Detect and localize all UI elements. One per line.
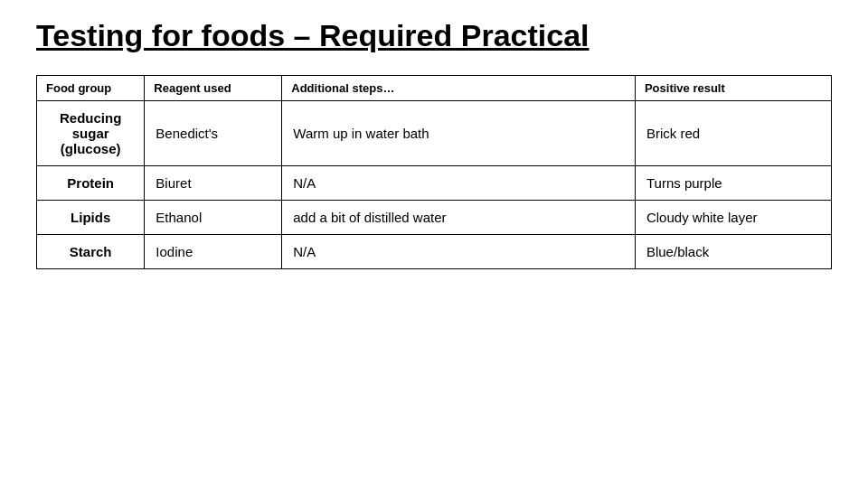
cell-additional: N/A [282, 235, 636, 269]
table-header-row: Food group Reagent used Additional steps… [37, 76, 832, 101]
cell-positive: Brick red [635, 101, 831, 166]
table-row: ProteinBiuretN/ATurns purple [37, 166, 832, 201]
header-reagent: Reagent used [145, 76, 282, 101]
cell-reagent: Benedict's [145, 101, 282, 166]
cell-additional: add a bit of distilled water [282, 201, 636, 235]
header-additional: Additional steps… [282, 76, 636, 101]
food-testing-table: Food group Reagent used Additional steps… [36, 75, 832, 269]
cell-reagent: Iodine [145, 235, 282, 269]
cell-additional: N/A [282, 166, 636, 201]
page-container: Testing for foods – Required Practical F… [0, 0, 868, 488]
cell-reagent: Ethanol [145, 201, 282, 235]
header-food-group: Food group [37, 76, 145, 101]
cell-food-group: Lipids [37, 201, 145, 235]
cell-positive: Cloudy white layer [635, 201, 831, 235]
cell-food-group: Protein [37, 166, 145, 201]
cell-reagent: Biuret [145, 166, 282, 201]
table-row: Reducing sugar (glucose)Benedict'sWarm u… [37, 101, 832, 166]
cell-positive: Blue/black [635, 235, 831, 269]
cell-food-group: Starch [37, 235, 145, 269]
cell-food-group: Reducing sugar (glucose) [37, 101, 145, 166]
cell-positive: Turns purple [635, 166, 831, 201]
header-positive: Positive result [635, 76, 831, 101]
table-row: LipidsEthanoladd a bit of distilled wate… [37, 201, 832, 235]
cell-additional: Warm up in water bath [282, 101, 636, 166]
page-title: Testing for foods – Required Practical [36, 18, 832, 53]
table-row: StarchIodineN/ABlue/black [37, 235, 832, 269]
